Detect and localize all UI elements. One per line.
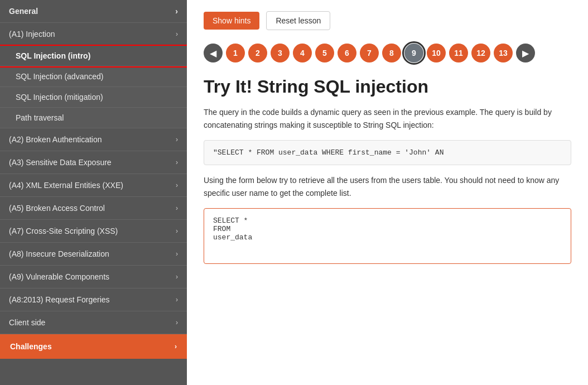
page-11-button[interactable]: 11 — [449, 44, 468, 62]
sql-input-area[interactable]: SELECT * FROM user_data — [204, 208, 571, 264]
sidebar-item-a2[interactable]: (A2) Broken Authentication › — [0, 128, 187, 151]
description-2: Using the form below try to retrieve all… — [204, 174, 571, 199]
sidebar-item-a5[interactable]: (A5) Broken Access Control › — [0, 197, 187, 220]
main-content: Show hints Reset lesson ◀ 1 2 3 4 5 6 7 … — [187, 0, 588, 385]
page-3-button[interactable]: 3 — [271, 44, 290, 62]
chevron-right-icon: › — [176, 136, 178, 143]
sidebar-item-path-traversal[interactable]: Path traversal — [0, 108, 187, 128]
sidebar-item-client-side[interactable]: Client side › — [0, 311, 187, 334]
chevron-right-icon: › — [176, 181, 178, 189]
sidebar-item-general[interactable]: General › — [0, 0, 187, 23]
sidebar-label: (A9) Vulnerable Components — [9, 272, 109, 281]
sidebar-item-a1-injection[interactable]: (A1) Injection › — [0, 23, 187, 46]
sidebar-item-sql-injection-mitigation[interactable]: SQL Injection (mitigation) — [0, 87, 187, 108]
page-12-button[interactable]: 12 — [471, 44, 490, 62]
chevron-right-icon: › — [176, 273, 178, 281]
sidebar-label: Challenges — [10, 342, 52, 351]
sidebar-label: (A2) Broken Authentication — [9, 135, 102, 144]
sidebar-item-a3[interactable]: (A3) Sensitive Data Exposure › — [0, 151, 187, 174]
reset-lesson-button[interactable]: Reset lesson — [266, 11, 330, 30]
sidebar-sub-label: SQL Injection (advanced) — [16, 72, 103, 81]
page-13-button[interactable]: 13 — [494, 44, 513, 62]
chevron-right-icon: › — [176, 319, 178, 326]
page-9-button[interactable]: 9 — [404, 44, 423, 62]
sidebar-label: (A4) XML External Entities (XXE) — [9, 181, 123, 190]
sidebar-item-a4[interactable]: (A4) XML External Entities (XXE) › — [0, 174, 187, 197]
sql-line-3: user_data — [213, 233, 562, 242]
sidebar-a1-label: (A1) Injection — [9, 30, 55, 38]
page-10-button[interactable]: 10 — [427, 44, 446, 62]
next-page-button[interactable]: ▶ — [516, 44, 535, 62]
sidebar-item-a9[interactable]: (A9) Vulnerable Components › — [0, 266, 187, 288]
chevron-right-icon: › — [176, 204, 178, 212]
sidebar-item-a7[interactable]: (A7) Cross-Site Scripting (XSS) › — [0, 220, 187, 243]
chevron-right-icon: › — [176, 30, 178, 38]
sidebar-general-label: General — [9, 7, 38, 16]
pagination: ◀ 1 2 3 4 5 6 7 8 9 10 11 12 13 ▶ — [204, 44, 571, 62]
sidebar-label: (A3) Sensitive Data Exposure — [9, 158, 112, 167]
chevron-right-icon: › — [176, 296, 178, 304]
chevron-right-icon: › — [175, 343, 177, 350]
page-5-button[interactable]: 5 — [315, 44, 334, 62]
sidebar-sub-label: Path traversal — [16, 113, 64, 122]
page-title: Try It! String SQL injection — [204, 76, 571, 97]
description-1: The query in the code builds a dynamic q… — [204, 106, 571, 131]
toolbar: Show hints Reset lesson — [204, 11, 571, 30]
sidebar-item-sql-injection-advanced[interactable]: SQL Injection (advanced) — [0, 66, 187, 87]
show-hints-button[interactable]: Show hints — [204, 12, 259, 30]
sidebar-sub-label: SQL Injection (mitigation) — [16, 93, 103, 102]
sidebar-item-a8[interactable]: (A8) Insecure Deserialization › — [0, 243, 187, 266]
sidebar-label: (A8) Insecure Deserialization — [9, 249, 109, 258]
prev-page-button[interactable]: ◀ — [204, 44, 223, 62]
code-snippet: "SELECT * FROM user_data WHERE first_nam… — [204, 140, 571, 165]
sql-line-1: SELECT * — [213, 216, 562, 225]
chevron-right-icon: › — [176, 227, 178, 235]
sidebar-item-a8-2013[interactable]: (A8:2013) Request Forgeries › — [0, 288, 187, 311]
code-text: "SELECT * FROM user_data WHERE first_nam… — [213, 148, 444, 157]
chevron-right-icon: › — [176, 250, 178, 258]
chevron-right-icon: › — [175, 7, 178, 16]
page-8-button[interactable]: 8 — [382, 44, 401, 62]
sidebar-sub-label: SQL Injection (intro) — [16, 51, 90, 60]
page-2-button[interactable]: 2 — [248, 44, 267, 62]
sidebar-label: (A5) Broken Access Control — [9, 204, 105, 213]
sidebar-label: Client side — [9, 318, 45, 327]
sidebar: General › (A1) Injection › SQL Injection… — [0, 0, 187, 385]
page-6-button[interactable]: 6 — [338, 44, 356, 62]
sidebar-item-challenges[interactable]: Challenges › — [0, 334, 187, 359]
sidebar-label: (A8:2013) Request Forgeries — [9, 295, 110, 304]
sidebar-label: (A7) Cross-Site Scripting (XSS) — [9, 227, 118, 235]
sql-line-2: FROM — [213, 225, 562, 233]
chevron-right-icon: › — [176, 158, 178, 166]
page-1-button[interactable]: 1 — [226, 44, 245, 62]
sidebar-item-sql-injection-intro[interactable]: SQL Injection (intro) — [0, 46, 187, 66]
page-7-button[interactable]: 7 — [360, 44, 379, 62]
page-4-button[interactable]: 4 — [293, 44, 312, 62]
